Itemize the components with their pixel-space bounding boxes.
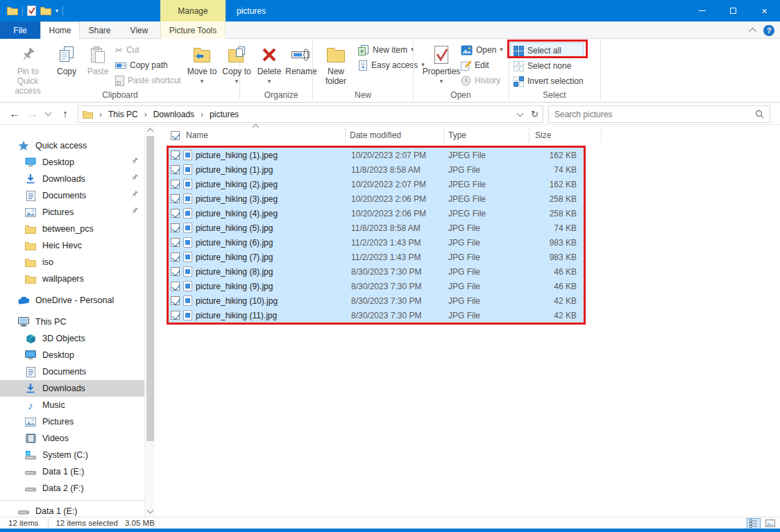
tab-file[interactable]: File — [0, 22, 40, 39]
cut-button[interactable]: ✂ Cut — [115, 43, 139, 57]
address-dropdown-chevron-icon[interactable] — [517, 110, 524, 117]
row-checkbox[interactable] — [171, 238, 180, 247]
tab-home[interactable]: Home — [40, 22, 80, 39]
refresh-icon[interactable]: ↻ — [531, 109, 539, 119]
properties-button[interactable]: Properties ▾ — [422, 40, 461, 87]
help-icon[interactable]: ? — [763, 25, 774, 36]
column-header-name[interactable]: Name — [169, 128, 346, 143]
table-row[interactable]: picture_hiking (8).jpg8/30/2023 7:30 PMJ… — [169, 264, 584, 279]
sidebar-item-music[interactable]: ♪ Music — [0, 397, 144, 413]
sidebar-item-onedrive[interactable]: OneDrive - Personal — [0, 292, 144, 309]
sidebar-item-data1-bottom[interactable]: Data 1 (E:) — [0, 503, 144, 517]
sidebar-item-data2[interactable]: Data 2 (F:) — [0, 480, 144, 497]
sidebar-item-3d-objects[interactable]: 3D Objects — [0, 330, 144, 347]
copy-path-button[interactable]: Copy path — [115, 58, 168, 72]
invert-selection-button[interactable]: Invert selection — [514, 74, 584, 88]
table-row[interactable]: picture_hiking (1).jpeg10/20/2023 2:07 P… — [169, 148, 584, 162]
sidebar-item-downloads[interactable]: Downloads — [0, 380, 144, 397]
sidebar-item-this-pc[interactable]: This PC — [0, 314, 144, 330]
row-checkbox[interactable] — [171, 252, 180, 261]
select-all-checkbox[interactable] — [171, 131, 180, 140]
new-item-button[interactable]: New item ▾ — [358, 43, 414, 57]
address-bar[interactable]: › This PC › Downloads › pictures ↻ — [78, 105, 543, 123]
sidebar-item-pictures-qa[interactable]: Pictures — [0, 204, 144, 221]
tab-picture-tools[interactable]: Picture Tools — [160, 22, 226, 39]
forward-button[interactable]: → — [24, 108, 42, 119]
row-checkbox[interactable] — [171, 151, 180, 160]
close-button[interactable]: × — [749, 0, 780, 22]
breadcrumb-pictures[interactable]: pictures — [210, 110, 239, 119]
maximize-button[interactable] — [718, 0, 749, 22]
edit-button[interactable]: Edit — [461, 58, 489, 72]
sidebar-item-iso[interactable]: iso — [0, 254, 144, 271]
row-checkbox[interactable] — [171, 165, 180, 174]
table-row[interactable]: picture_hiking (10).jpg8/30/2023 7:30 PM… — [169, 293, 584, 308]
collapse-ribbon-icon[interactable] — [749, 27, 756, 35]
table-row[interactable]: picture_hiking (11).jpg8/30/2023 7:30 PM… — [169, 308, 584, 323]
details-view-button[interactable] — [747, 518, 761, 529]
sidebar-item-wallpapers[interactable]: wallpapers — [0, 271, 144, 287]
rename-button[interactable]: Rename — [283, 40, 319, 76]
column-header-date-modified[interactable]: Date modified — [346, 128, 444, 143]
scroll-down-icon[interactable] — [146, 507, 153, 514]
move-to-button[interactable]: Move to ▾ — [185, 40, 219, 87]
delete-button[interactable]: Delete ▾ — [253, 40, 286, 87]
copy-button[interactable]: Copy — [51, 40, 82, 76]
row-checkbox[interactable] — [171, 296, 180, 305]
sidebar-scrollbar[interactable] — [144, 125, 155, 517]
sidebar-item-heic-hevc[interactable]: Heic Hevc — [0, 237, 144, 254]
back-button[interactable]: ← — [6, 108, 24, 119]
table-row[interactable]: picture_hiking (2).jpeg10/20/2023 2:07 P… — [169, 177, 584, 191]
row-checkbox[interactable] — [171, 209, 180, 218]
row-checkbox[interactable] — [171, 180, 180, 189]
table-row[interactable]: picture_hiking (5).jpg11/8/2023 8:58 AMJ… — [169, 221, 584, 235]
table-row[interactable]: picture_hiking (9).jpg8/30/2023 7:30 PMJ… — [169, 279, 584, 293]
select-none-button[interactable]: Select none — [514, 59, 571, 73]
new-folder-button[interactable]: New folder — [318, 40, 354, 86]
column-header-size[interactable]: Size — [529, 128, 602, 143]
table-row[interactable]: picture_hiking (6).jpg11/2/2023 1:43 PMJ… — [169, 235, 584, 250]
table-row[interactable]: picture_hiking (1).jpg11/8/2023 8:58 AMJ… — [169, 162, 584, 177]
sidebar-item-between-pcs[interactable]: between_pcs — [0, 221, 144, 237]
sidebar-item-videos[interactable]: Videos — [0, 430, 144, 447]
table-row[interactable]: picture_hiking (4).jpeg10/20/2023 2:06 P… — [169, 206, 584, 221]
scroll-up-icon[interactable] — [146, 128, 153, 135]
sidebar-item-documents-qa[interactable]: Documents — [0, 187, 144, 204]
easy-access-button[interactable]: Easy access ▾ — [358, 58, 425, 72]
customize-toolbar-chevron-icon[interactable]: ▾ — [56, 8, 58, 14]
tab-share[interactable]: Share — [80, 22, 119, 39]
sidebar-item-pictures[interactable]: Pictures — [0, 413, 144, 430]
open-button[interactable]: Open ▾ — [461, 43, 503, 57]
manage-contextual-tab[interactable]: Manage — [160, 0, 226, 22]
search-icon[interactable] — [755, 110, 770, 119]
minimize-button[interactable] — [686, 0, 718, 22]
new-folder-quick-icon[interactable] — [40, 6, 51, 15]
select-all-button[interactable]: Select all — [514, 44, 561, 58]
pin-to-quick-access-button[interactable]: Pin to Quick access — [6, 40, 50, 96]
row-checkbox[interactable] — [171, 282, 180, 291]
breadcrumb-this-pc[interactable]: This PC — [108, 110, 138, 119]
row-checkbox[interactable] — [171, 194, 180, 203]
scrollbar-thumb[interactable] — [146, 136, 154, 441]
table-row[interactable]: picture_hiking (3).jpeg10/20/2023 2:06 P… — [169, 191, 584, 206]
search-box[interactable] — [548, 105, 770, 123]
sidebar-item-desktop[interactable]: Desktop — [0, 347, 144, 363]
table-row[interactable]: picture_hiking (7).jpg11/2/2023 1:43 PMJ… — [169, 250, 584, 264]
sidebar-item-documents[interactable]: Documents — [0, 363, 144, 380]
tab-view[interactable]: View — [119, 22, 159, 39]
row-checkbox[interactable] — [171, 223, 180, 232]
breadcrumb-downloads[interactable]: Downloads — [153, 110, 194, 119]
search-input[interactable] — [549, 110, 755, 119]
properties-quick-icon[interactable] — [27, 6, 36, 16]
row-checkbox[interactable] — [171, 267, 180, 276]
recent-locations-chevron-icon[interactable] — [45, 109, 52, 116]
up-button[interactable]: ↑ — [56, 108, 74, 119]
sidebar-item-quick-access[interactable]: Quick access — [0, 137, 144, 154]
folder-icon[interactable] — [7, 6, 18, 15]
row-checkbox[interactable] — [171, 311, 180, 320]
paste-button[interactable]: Paste — [82, 40, 114, 76]
sidebar-item-downloads-qa[interactable]: Downloads — [0, 171, 144, 187]
history-button[interactable]: History — [461, 74, 500, 87]
large-icons-view-button[interactable] — [763, 518, 777, 529]
sidebar-item-system-c[interactable]: System (C:) — [0, 447, 144, 463]
